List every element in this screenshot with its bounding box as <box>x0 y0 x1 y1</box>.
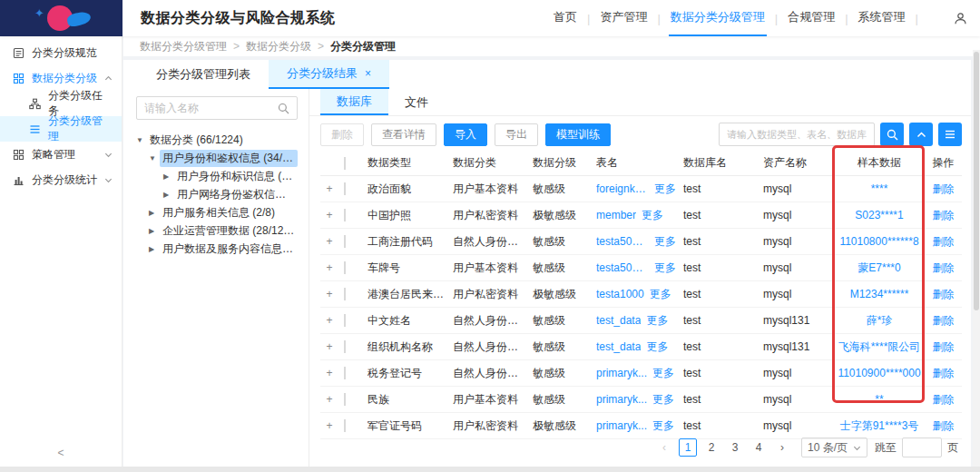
cell-sample-data[interactable]: 士字第91****3号 <box>834 418 925 434</box>
row-expander-icon[interactable]: + <box>320 419 344 432</box>
row-expander-icon[interactable]: + <box>320 288 344 300</box>
row-checkbox[interactable] <box>344 288 368 300</box>
tree-node-6[interactable]: ▶企业运营管理数据 (28/1218) <box>136 221 298 240</box>
cell-sample-data[interactable]: S023****1 <box>834 209 925 221</box>
table-name-link[interactable]: primaryk... <box>596 393 647 406</box>
pagination-page-3[interactable]: 3 <box>726 438 744 457</box>
more-link[interactable]: 更多 <box>654 261 676 276</box>
caret-right-icon[interactable]: ▶ <box>149 245 160 253</box>
top-nav-item-2[interactable]: 资产管理 <box>598 0 649 36</box>
cell-sample-data[interactable]: 11010800******8 <box>834 235 925 248</box>
row-checkbox[interactable] <box>344 235 368 248</box>
pagination-page-1[interactable]: 1 <box>679 438 697 457</box>
pagination-next-button[interactable]: › <box>773 438 791 457</box>
row-checkbox[interactable] <box>344 209 368 221</box>
delete-row-link[interactable]: 删除 <box>925 392 962 408</box>
tab-close-icon[interactable]: × <box>365 67 371 80</box>
sidebar-collapse-button[interactable]: < <box>0 447 122 459</box>
page-size-select[interactable]: 10 条/页 <box>801 438 867 457</box>
table-name-link[interactable]: primaryk... <box>596 367 647 379</box>
row-expander-icon[interactable]: + <box>320 340 344 353</box>
tree-node-4[interactable]: ▶用户网络身份鉴权信息 (0/0) <box>136 185 298 203</box>
table-name-link[interactable]: testa1000 <box>596 288 644 300</box>
pagination-prev-button[interactable]: ‹ <box>655 438 673 457</box>
cell-sample-data[interactable]: 11010900****000 <box>834 367 925 379</box>
row-checkbox[interactable] <box>344 340 368 353</box>
top-nav-item-3[interactable]: 数据分类分级管理 <box>669 0 767 36</box>
table-name-link[interactable]: test_data <box>596 340 641 353</box>
row-checkbox[interactable] <box>344 419 368 432</box>
row-checkbox[interactable] <box>344 367 368 379</box>
toolbar-button-1[interactable]: 删除 <box>320 123 364 146</box>
caret-down-icon[interactable]: ▼ <box>136 136 147 144</box>
caret-right-icon[interactable]: ▶ <box>149 227 160 235</box>
collapse-search-button[interactable] <box>909 123 933 146</box>
search-icon[interactable] <box>278 103 289 114</box>
table-name-link[interactable]: foreignke... <box>596 182 649 195</box>
page-tab-2[interactable]: 分类分级结果× <box>269 60 389 89</box>
row-expander-icon[interactable]: + <box>320 235 344 248</box>
table-name-link[interactable]: member <box>596 209 636 221</box>
delete-row-link[interactable]: 删除 <box>925 208 962 223</box>
delete-row-link[interactable]: 删除 <box>925 418 962 434</box>
delete-row-link[interactable]: 删除 <box>925 234 962 250</box>
breadcrumb-item-1[interactable]: 数据分类分级管理 <box>140 39 227 54</box>
caret-down-icon[interactable]: ▼ <box>149 154 160 162</box>
row-expander-icon[interactable]: + <box>320 314 344 327</box>
cell-sample-data[interactable]: **** <box>834 182 925 195</box>
page-tab-1[interactable]: 分类分级管理列表 <box>138 60 269 89</box>
tree-node-1[interactable]: ▼数据分类 (66/1224) <box>136 131 298 149</box>
vertical-scrollbar[interactable] <box>973 50 980 467</box>
cell-sample-data[interactable]: 蒙E7***0 <box>834 261 925 276</box>
result-tab-1[interactable]: 数据库 <box>320 89 388 115</box>
select-all-checkbox[interactable] <box>344 157 368 170</box>
row-expander-icon[interactable]: + <box>320 367 344 379</box>
sidebar-item-2[interactable]: 数据分类分级 <box>0 65 122 91</box>
toolbar-button-4[interactable]: 导出 <box>495 123 538 146</box>
row-expander-icon[interactable]: + <box>320 393 344 406</box>
more-link[interactable]: 更多 <box>642 208 663 223</box>
caret-right-icon[interactable]: ▶ <box>163 191 174 199</box>
tree-node-7[interactable]: ▶用户数据及服务内容信息 (2/8) <box>136 240 298 258</box>
tree-node-3[interactable]: ▶用户身份和标识信息 (34/62) <box>136 167 298 185</box>
search-button[interactable] <box>880 123 904 146</box>
cell-sample-data[interactable]: 薛*珍 <box>834 313 925 329</box>
delete-row-link[interactable]: 删除 <box>925 366 962 381</box>
sidebar-subitem-2-1[interactable]: 分类分级任务 <box>0 91 122 116</box>
pagination-page-2[interactable]: 2 <box>702 438 720 457</box>
table-search-input[interactable] <box>727 129 867 140</box>
row-expander-icon[interactable]: + <box>320 209 344 221</box>
result-tab-2[interactable]: 文件 <box>388 89 445 115</box>
delete-row-link[interactable]: 删除 <box>925 182 962 197</box>
delete-row-link[interactable]: 删除 <box>925 313 962 329</box>
jump-page-input[interactable] <box>902 438 942 457</box>
sidebar-item-4[interactable]: 分类分级统计 <box>0 167 122 192</box>
delete-row-link[interactable]: 删除 <box>925 261 962 276</box>
cell-sample-data[interactable]: M1234****** <box>834 288 925 300</box>
row-expander-icon[interactable]: + <box>320 261 344 274</box>
row-checkbox[interactable] <box>344 182 368 195</box>
delete-row-link[interactable]: 删除 <box>925 287 962 302</box>
more-link[interactable]: 更多 <box>654 182 676 197</box>
top-nav-item-4[interactable]: 合规管理 <box>786 0 837 36</box>
tree-search-input[interactable] <box>144 102 278 114</box>
more-link[interactable]: 更多 <box>652 418 674 434</box>
breadcrumb-item-2[interactable]: 数据分类分级 <box>246 39 311 54</box>
table-name-link[interactable]: testa50000 <box>596 235 649 248</box>
horizontal-scrollbar[interactable] <box>0 467 980 472</box>
caret-right-icon[interactable]: ▶ <box>163 172 174 181</box>
caret-right-icon[interactable]: ▶ <box>149 209 160 217</box>
more-link[interactable]: 更多 <box>650 287 671 302</box>
toolbar-button-2[interactable]: 查看详情 <box>371 123 436 146</box>
row-expander-icon[interactable]: + <box>320 182 344 195</box>
cell-sample-data[interactable]: 飞海科****限公司 <box>834 339 925 355</box>
cell-sample-data[interactable]: ** <box>834 393 925 406</box>
table-name-link[interactable]: test_data <box>596 314 641 327</box>
user-menu-button[interactable] <box>954 12 967 25</box>
delete-row-link[interactable]: 删除 <box>925 339 962 355</box>
more-link[interactable]: 更多 <box>652 366 674 381</box>
pagination-page-4[interactable]: 4 <box>750 438 768 457</box>
more-link[interactable]: 更多 <box>646 339 668 355</box>
row-checkbox[interactable] <box>344 393 368 406</box>
table-name-link[interactable]: primaryk... <box>596 419 647 432</box>
